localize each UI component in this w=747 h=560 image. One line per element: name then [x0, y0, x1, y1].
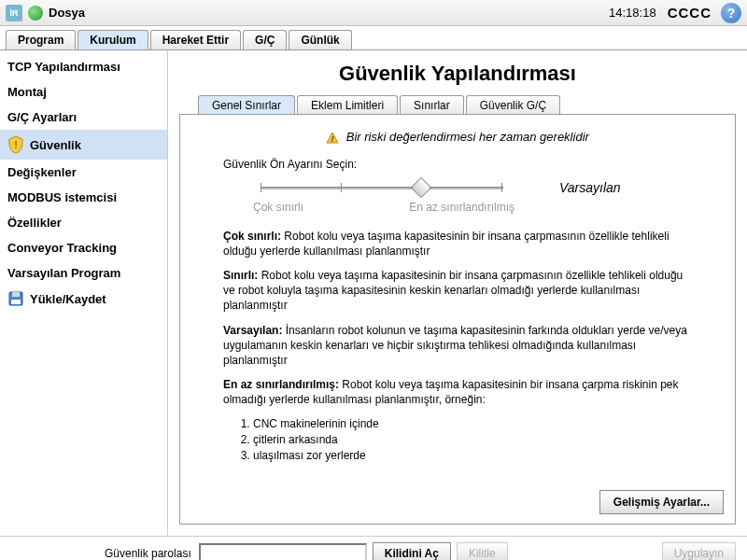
top-bar: lR Dosya 14:18:18 CCCC ? — [0, 0, 747, 26]
preset-current-value: Varsayılan — [559, 180, 621, 195]
sidebar-item-gc-ayarlari[interactable]: G/Ç Ayarları — [0, 105, 167, 130]
settings-panel: ! Bir riski değerlendirmesi her zaman ge… — [179, 114, 736, 525]
slider-max-label: En az sınırlandırılmış — [409, 201, 514, 214]
password-input[interactable] — [199, 543, 367, 560]
sidebar-item-modbus[interactable]: MODBUS istemcisi — [0, 185, 167, 210]
sidebar-item-yukle-kaydet[interactable]: Yükle/Kaydet — [0, 286, 167, 312]
list-item: ulaşılması zor yerlerde — [253, 448, 720, 464]
content-area: Güvenlik Yapılandırması Genel Sınırlar E… — [168, 50, 747, 536]
svg-rect-3 — [11, 300, 21, 304]
sidebar-item-varsayilan-program[interactable]: Varsayılan Program — [0, 260, 167, 286]
password-label: Güvenlik parolası — [105, 547, 191, 560]
unlock-button[interactable]: Kilidini Aç — [373, 542, 451, 560]
preset-slider[interactable] — [261, 178, 503, 197]
subtab-sinirlar[interactable]: Sınırlar — [400, 95, 464, 115]
apply-button: Uygulayın — [662, 542, 736, 560]
tab-hareket-ettir[interactable]: Hareket Ettir — [150, 30, 241, 49]
help-icon[interactable]: ? — [721, 3, 741, 23]
example-list: CNC makinelerinin içinde çitlerin arkası… — [242, 416, 720, 463]
clock: 14:18:18 — [609, 6, 656, 20]
globe-icon — [28, 6, 43, 21]
desc-cok-sinirli: Çok sınırlı: Robot kolu veya taşıma kapa… — [223, 229, 692, 259]
preset-select-label: Güvenlik Ön Ayarını Seçin: — [223, 158, 720, 171]
subtab-genel-sinirlar[interactable]: Genel Sınırlar — [198, 95, 295, 115]
svg-text:!: ! — [14, 139, 18, 150]
warning-message: ! Bir riski değerlendirmesi her zaman ge… — [195, 130, 720, 145]
sidebar-item-label: Yükle/Kaydet — [30, 292, 106, 306]
tab-kurulum[interactable]: Kurulum — [78, 30, 148, 49]
list-item: CNC makinelerinin içinde — [253, 416, 720, 432]
sidebar-item-tcp[interactable]: TCP Yapılandırması — [0, 54, 167, 79]
bottom-bar: Güvenlik parolası Kilidini Aç Kilitle Uy… — [0, 536, 747, 560]
tab-gunluk[interactable]: Günlük — [289, 30, 351, 49]
list-item: çitlerin arkasında — [253, 432, 720, 448]
lock-button: Kilitle — [457, 542, 508, 560]
subtab-guvenlik-gc[interactable]: Güvenlik G/Ç — [466, 95, 560, 115]
desc-sinirli: Sınırlı: Robot kolu veya taşıma kapasite… — [223, 268, 692, 314]
svg-rect-2 — [12, 292, 20, 297]
advanced-settings-button[interactable]: Gelişmiş Ayarlar... — [599, 490, 724, 514]
sub-tab-bar: Genel Sınırlar Eklem Limitleri Sınırlar … — [179, 95, 736, 115]
slider-min-label: Çok sınırlı — [253, 201, 303, 214]
sidebar-item-degiskenler[interactable]: Değişkenler — [0, 160, 167, 185]
desc-en-az: En az sınırlandırılmış: Robot kolu veya … — [223, 377, 692, 407]
main-tab-bar: Program Kurulum Hareket Ettir G/Ç Günlük — [0, 26, 747, 50]
sidebar-item-guvenlik[interactable]: ! Güvenlik — [0, 130, 167, 160]
svg-text:!: ! — [331, 134, 334, 144]
tab-gc[interactable]: G/Ç — [243, 30, 287, 49]
slider-thumb[interactable] — [411, 176, 432, 198]
page-title: Güvenlik Yapılandırması — [179, 62, 736, 86]
shield-icon: ! — [7, 135, 24, 154]
warning-icon: ! — [326, 132, 339, 145]
sidebar-item-montaj[interactable]: Montaj — [0, 79, 167, 105]
sidebar-item-ozellikler[interactable]: Özellikler — [0, 210, 167, 235]
desc-varsayilan: Varsayılan: İnsanların robot kolunun ve … — [223, 323, 692, 369]
sidebar: TCP Yapılandırması Montaj G/Ç Ayarları !… — [0, 50, 168, 536]
subtab-eklem-limitleri[interactable]: Eklem Limitleri — [297, 95, 398, 115]
tab-program[interactable]: Program — [6, 30, 76, 49]
status-indicator: CCCC — [668, 5, 712, 21]
floppy-disk-icon — [7, 291, 24, 306]
app-logo-icon: lR — [6, 5, 22, 21]
sidebar-item-conveyor[interactable]: Conveyor Tracking — [0, 235, 167, 260]
file-menu[interactable]: Dosya — [49, 6, 85, 20]
sidebar-item-label: Güvenlik — [30, 138, 81, 152]
